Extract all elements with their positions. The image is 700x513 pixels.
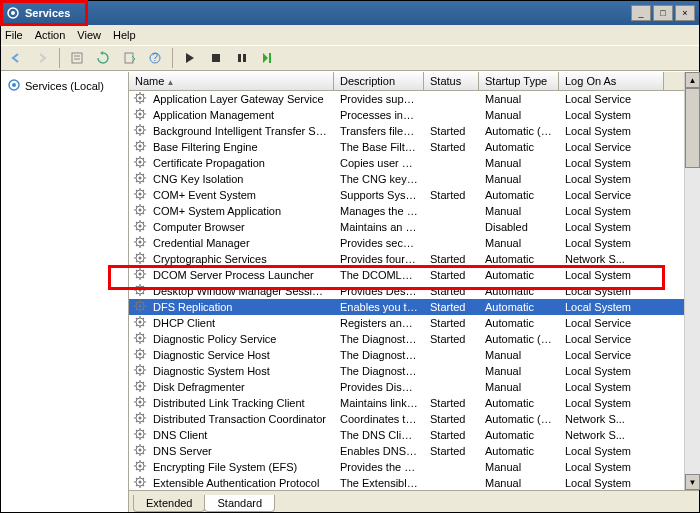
service-row[interactable]: CNG Key IsolationThe CNG key isola...Man… [129, 171, 699, 187]
scroll-thumb[interactable] [685, 88, 700, 168]
gear-icon [129, 123, 147, 139]
cell-status: Started [424, 124, 479, 138]
cell-status [424, 162, 479, 164]
svg-point-135 [139, 289, 142, 292]
header-status[interactable]: Status [424, 72, 479, 90]
service-row[interactable]: COM+ System ApplicationManages the conf.… [129, 203, 699, 219]
service-row[interactable]: Distributed Link Tracking ClientMaintain… [129, 395, 699, 411]
cell-logon: Local System [559, 204, 664, 218]
vertical-scrollbar[interactable]: ▲ ▼ [684, 72, 700, 490]
service-row[interactable]: DNS ServerEnables DNS clien...StartedAut… [129, 443, 699, 459]
svg-line-220 [136, 414, 137, 415]
svg-point-25 [139, 113, 142, 116]
svg-line-130 [136, 270, 137, 271]
service-row[interactable]: Diagnostic Policy ServiceThe Diagnostic … [129, 331, 699, 347]
gear-icon [129, 267, 147, 283]
gear-icon [129, 475, 147, 490]
close-button[interactable]: × [675, 5, 695, 21]
service-row[interactable]: Application Layer Gateway ServiceProvide… [129, 91, 699, 107]
menu-help[interactable]: Help [113, 29, 136, 41]
pause-service-button[interactable] [231, 47, 253, 69]
tree-pane[interactable]: Services (Local) [1, 72, 129, 512]
help-button[interactable]: ? [144, 47, 166, 69]
maximize-button[interactable]: □ [653, 5, 673, 21]
menu-file[interactable]: File [5, 29, 23, 41]
svg-line-40 [136, 126, 137, 127]
svg-line-21 [143, 101, 144, 102]
stop-service-button[interactable] [205, 47, 227, 69]
service-row[interactable]: COM+ Event SystemSupports System ...Star… [129, 187, 699, 203]
gear-icon [129, 427, 147, 443]
back-button[interactable] [5, 47, 27, 69]
svg-line-260 [136, 478, 137, 479]
service-row[interactable]: Encrypting File System (EFS)Provides the… [129, 459, 699, 475]
cell-description: Enables you to sy... [334, 300, 424, 314]
svg-line-141 [143, 293, 144, 294]
cell-description: Provides support ... [334, 92, 424, 106]
cell-logon: Local System [559, 108, 664, 122]
window-title: Services [25, 7, 631, 19]
header-log-on-as[interactable]: Log On As [559, 72, 664, 90]
cell-description: The DCOMLAUNC... [334, 268, 424, 282]
svg-point-65 [139, 177, 142, 180]
cell-status: Started [424, 300, 479, 314]
service-row[interactable]: Application ManagementProcesses installa… [129, 107, 699, 123]
header-startup-type[interactable]: Startup Type [479, 72, 559, 90]
service-row[interactable]: Diagnostic System HostThe Diagnostic Sy.… [129, 363, 699, 379]
service-row[interactable]: Disk DefragmenterProvides Disk Def...Man… [129, 379, 699, 395]
cell-logon: Local System [559, 460, 664, 474]
restart-service-button[interactable] [257, 47, 279, 69]
service-row[interactable]: DFS ReplicationEnables you to sy...Start… [129, 299, 699, 315]
menu-view[interactable]: View [77, 29, 101, 41]
svg-line-242 [136, 453, 137, 454]
service-row[interactable]: Certificate PropagationCopies user certi… [129, 155, 699, 171]
scroll-up-button[interactable]: ▲ [685, 72, 700, 88]
gear-icon [129, 443, 147, 459]
cell-status: Started [424, 428, 479, 442]
services-grid[interactable]: Name Description Status Startup Type Log… [129, 72, 699, 490]
svg-line-153 [143, 302, 144, 303]
start-service-button[interactable] [179, 47, 201, 69]
service-row[interactable]: DCOM Server Process LauncherThe DCOMLAUN… [129, 267, 699, 283]
titlebar[interactable]: Services _ □ × [1, 1, 699, 25]
svg-line-162 [136, 325, 137, 326]
service-row[interactable]: DHCP ClientRegisters and up...StartedAut… [129, 315, 699, 331]
svg-line-221 [143, 421, 144, 422]
tree-root[interactable]: Services (Local) [5, 76, 124, 96]
gear-icon [129, 251, 147, 267]
scroll-down-button[interactable]: ▼ [685, 474, 700, 490]
svg-point-75 [139, 193, 142, 196]
service-row[interactable]: Computer BrowserMaintains an upd...Disab… [129, 219, 699, 235]
service-row[interactable]: Background Intelligent Transfer ServiceT… [129, 123, 699, 139]
properties-button[interactable] [66, 47, 88, 69]
service-row[interactable]: Diagnostic Service HostThe Diagnostic Se… [129, 347, 699, 363]
tab-extended[interactable]: Extended [133, 495, 205, 512]
service-row[interactable]: DNS ClientThe DNS Client se...StartedAut… [129, 427, 699, 443]
header-name[interactable]: Name [129, 72, 334, 90]
cell-description: The Diagnostic Se... [334, 348, 424, 362]
cell-name: DHCP Client [147, 316, 334, 330]
cell-status [424, 466, 479, 468]
gear-icon [129, 315, 147, 331]
service-row[interactable]: Desktop Window Manager Session ManagerPr… [129, 283, 699, 299]
refresh-button[interactable] [92, 47, 114, 69]
header-description[interactable]: Description [334, 72, 424, 90]
export-button[interactable] [118, 47, 140, 69]
forward-button[interactable] [31, 47, 53, 69]
menu-action[interactable]: Action [35, 29, 66, 41]
cell-description: Processes installa... [334, 108, 424, 122]
cell-logon: Local System [559, 284, 664, 298]
minimize-button[interactable]: _ [631, 5, 651, 21]
cell-logon: Local System [559, 300, 664, 314]
svg-line-31 [143, 117, 144, 118]
service-row[interactable]: Credential ManagerProvides secure s...Ma… [129, 235, 699, 251]
service-row[interactable]: Extensible Authentication ProtocolThe Ex… [129, 475, 699, 490]
cell-logon: Network S... [559, 412, 664, 426]
cell-logon: Local System [559, 444, 664, 458]
svg-point-205 [139, 401, 142, 404]
service-row[interactable]: Cryptographic ServicesProvides four ma..… [129, 251, 699, 267]
service-row[interactable]: Base Filtering EngineThe Base Filtering.… [129, 139, 699, 155]
service-row[interactable]: Distributed Transaction CoordinatorCoord… [129, 411, 699, 427]
cell-logon: Local System [559, 380, 664, 394]
tab-standard[interactable]: Standard [204, 495, 275, 512]
